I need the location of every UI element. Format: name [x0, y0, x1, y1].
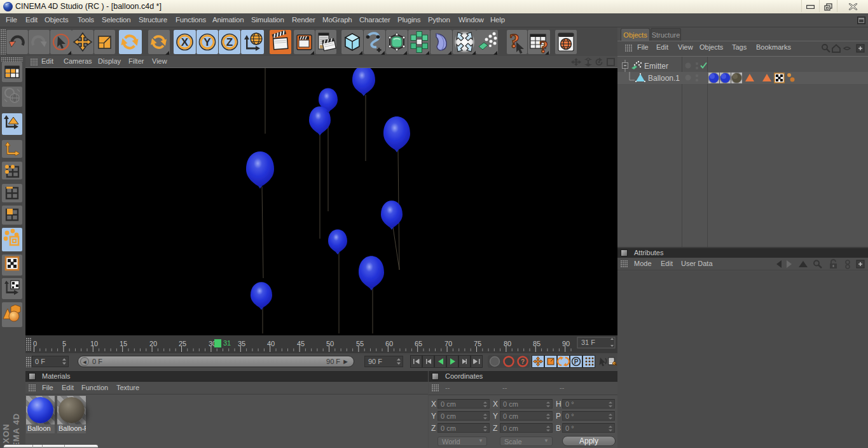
svg-text:20: 20: [149, 340, 157, 347]
svg-text:31: 31: [223, 339, 231, 347]
svg-text:Balloon.1: Balloon.1: [648, 74, 680, 83]
svg-text:40: 40: [267, 340, 275, 347]
svg-text:90: 90: [562, 340, 570, 347]
svg-text:?: ?: [521, 358, 525, 365]
svg-text:80: 80: [504, 340, 511, 347]
svg-text:35: 35: [238, 340, 245, 347]
svg-text:Y: Y: [203, 36, 211, 48]
svg-text:70: 70: [444, 340, 452, 347]
svg-text:0: 0: [33, 340, 37, 347]
svg-text:25: 25: [179, 340, 186, 347]
svg-text:P: P: [574, 358, 579, 365]
svg-text:Emitter: Emitter: [644, 62, 668, 71]
svg-text:85: 85: [533, 340, 541, 347]
svg-text:31 F: 31 F: [581, 339, 595, 346]
svg-text:10: 10: [90, 340, 98, 347]
svg-text:5: 5: [62, 340, 66, 347]
svg-text:55: 55: [356, 340, 364, 347]
svg-text:15: 15: [120, 340, 127, 347]
svg-text:Z: Z: [226, 36, 233, 48]
svg-text:65: 65: [415, 340, 422, 347]
svg-text:X: X: [181, 36, 189, 48]
svg-text:75: 75: [474, 340, 481, 347]
svg-text:60: 60: [385, 340, 393, 347]
svg-text:50: 50: [326, 340, 334, 347]
svg-text:45: 45: [297, 340, 305, 347]
